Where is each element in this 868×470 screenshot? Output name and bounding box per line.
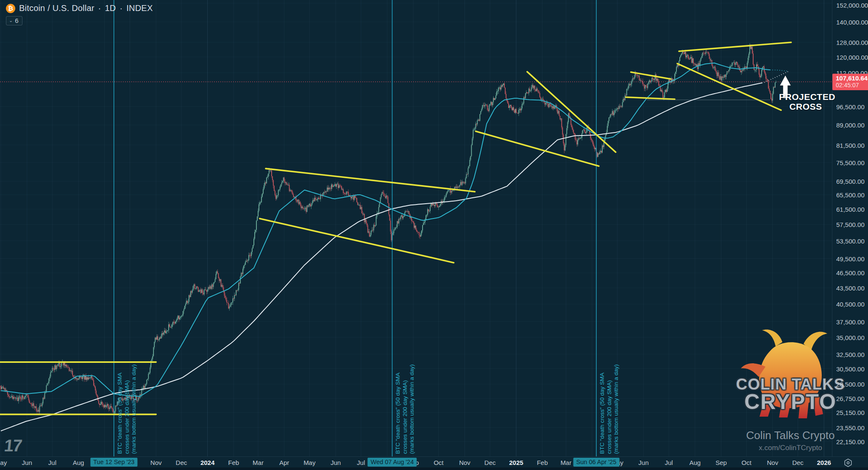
price-tick-label: 75,500.00 [836, 159, 865, 166]
price-tick-label: 28,500.00 [836, 381, 865, 388]
price-tick-label: 35,000.00 [836, 334, 865, 341]
death-cross-date-badge: Wed 07 Aug '24 [368, 458, 417, 467]
price-tick-label: 128,000.00 [836, 39, 868, 46]
projected-cross-line1: PROJECTED [779, 92, 832, 102]
price-tick-label: 69,500.00 [836, 178, 865, 185]
month-label: Feb [537, 459, 548, 466]
interval-label[interactable]: 1D [105, 3, 116, 13]
death-cross-vertical-lines [114, 0, 596, 456]
price-tick-label: 23,550.00 [836, 424, 865, 431]
month-label: Mar [253, 459, 264, 466]
bitcoin-icon: ₿ [6, 4, 15, 13]
year-label: 2026 [817, 459, 831, 466]
month-label: Dec [792, 459, 804, 466]
chart-legend: ₿ Bitcoin / U.S. Dollar · 1D · INDEX ⌄ 6 [6, 3, 153, 25]
chart-window: ₿ Bitcoin / U.S. Dollar · 1D · INDEX ⌄ 6… [0, 0, 868, 470]
month-label: Mar [560, 459, 571, 466]
month-label: Dec [484, 459, 496, 466]
price-tick-label: 40,500.00 [836, 301, 865, 308]
death-cross-annotation: BTC "death cross" (50 day SMAcrosses und… [395, 364, 416, 454]
death-cross-date-badge: Tue 12 Sep '23 [90, 458, 137, 467]
month-label: Jun [638, 459, 648, 466]
death-cross-annotation: BTC "death cross" (50 day SMAcrosses und… [599, 364, 620, 454]
month-label: Aug [73, 459, 84, 466]
chevron-down-icon: ⌄ [9, 18, 13, 23]
window-bottom-edge [0, 467, 868, 470]
price-tick-label: 152,000.00 [836, 2, 868, 9]
month-label: Oct [434, 459, 443, 466]
month-label: Oct [742, 459, 751, 466]
separator-dot: · [120, 3, 122, 13]
price-tick-label: 26,750.00 [836, 395, 865, 402]
price-tick-label: 46,500.00 [836, 269, 865, 276]
price-tick-label: 49,500.00 [836, 255, 865, 263]
price-tick-label: 89,000.00 [836, 122, 865, 129]
axis-settings-gear-icon[interactable] [843, 458, 853, 467]
month-label: May [303, 459, 315, 466]
month-label: Nov [459, 459, 470, 466]
price-tick-label: 37,500.00 [836, 318, 865, 326]
price-tick-label: 120,000.00 [836, 54, 868, 61]
year-label: 2025 [509, 459, 523, 466]
price-tick-label: 43,500.00 [836, 285, 865, 292]
death-cross-annotation: BTC "death cross" (50 day SMAcrosses und… [117, 364, 138, 454]
month-label: Jul [665, 459, 673, 466]
price-tick-label: 22,150.00 [836, 438, 865, 445]
month-label: Aug [689, 459, 701, 466]
month-label: Jul [48, 459, 56, 466]
price-tick-label: 81,500.00 [836, 142, 865, 149]
price-tick-label: 30,500.00 [836, 365, 865, 373]
projected-cross-annotation: PROJECTED CROSS [779, 92, 832, 111]
month-label: Feb [228, 459, 239, 466]
tradingview-logo[interactable]: 17 [3, 436, 22, 455]
month-label: Nov [767, 459, 778, 466]
year-label: 2024 [200, 459, 214, 466]
month-label: May [0, 459, 7, 466]
price-tick-label: 96,500.00 [836, 103, 865, 111]
month-label: Jun [22, 459, 32, 466]
time-axis[interactable]: MayJunJulAugSepOctNovDec2024FebMarAprMay… [0, 456, 868, 468]
projected-cross-line2: CROSS [779, 102, 832, 111]
price-tick-label: 65,500.00 [836, 191, 865, 199]
month-label: Apr [279, 459, 289, 466]
separator-dot: · [98, 3, 101, 13]
month-label: Jun [331, 459, 341, 466]
price-tick-label: 32,500.00 [836, 351, 865, 358]
price-tick-label: 53,500.00 [836, 238, 865, 245]
price-tick-label: 61,500.00 [836, 206, 865, 213]
last-price-value: 107,610.64 [836, 75, 868, 82]
death-cross-date-badge: Sun 06 Apr '25 [573, 458, 620, 467]
month-label: Dec [176, 459, 187, 466]
month-label: Sep [715, 459, 727, 466]
price-tick-label: 25,150.00 [836, 409, 865, 416]
last-price-badge: 107,610.64 02:45:07 [832, 74, 868, 90]
bar-countdown: 02:45:07 [836, 82, 868, 89]
price-tick-label: 57,500.00 [836, 221, 865, 228]
price-tick-label: 140,000.00 [836, 19, 868, 26]
symbol-title[interactable]: Bitcoin / U.S. Dollar [19, 3, 95, 13]
month-label: Jul [357, 459, 365, 466]
indicators-collapsed-toggle[interactable]: ⌄ 6 [6, 16, 22, 25]
month-label: Nov [150, 459, 162, 466]
indicator-count: 6 [15, 17, 18, 24]
exchange-label: INDEX [126, 3, 153, 13]
price-axis[interactable]: 152,000.00140,000.00128,000.00120,000.00… [832, 0, 868, 456]
